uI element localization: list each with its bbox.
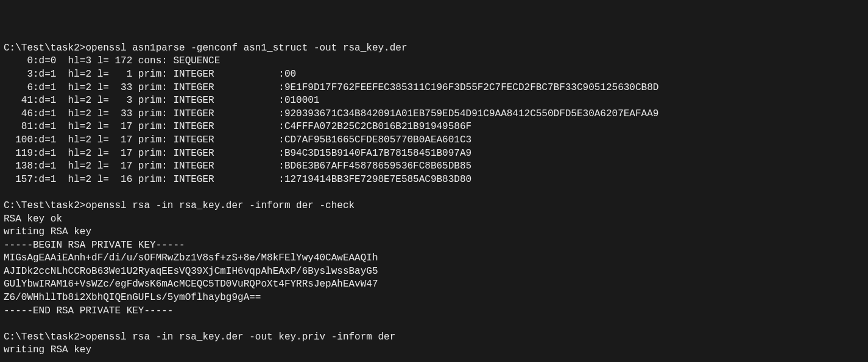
prompt: C:\Test\task2>: [4, 200, 85, 211]
command-text: openssl rsa -in rsa_key.der -out key.pri…: [85, 332, 395, 343]
asn1-output-line: 6:d=1 hl=2 l= 33 prim: INTEGER :9E1F9D17…: [4, 82, 864, 95]
rsa-check-output-line: RSA key ok: [4, 213, 864, 226]
asn1-output-line: 157:d=1 hl=2 l= 16 prim: INTEGER :127194…: [4, 173, 864, 187]
asn1-output-line: 138:d=1 hl=2 l= 17 prim: INTEGER :BD6E3B…: [4, 160, 864, 173]
asn1-output-line: 119:d=1 hl=2 l= 17 prim: INTEGER :B94C3D…: [4, 147, 864, 161]
rsa-check-output-line: Z6/0WHhllTb8i2XbhQIQEnGUFLs/5ymOflhaybg9…: [4, 291, 864, 305]
rsa-check-output-line: -----END RSA PRIVATE KEY-----: [4, 305, 864, 318]
asn1-output-line: 81:d=1 hl=2 l= 17 prim: INTEGER :C4FFFA0…: [4, 120, 864, 134]
command-line-1: C:\Test\task2>openssl asn1parse -genconf…: [4, 42, 864, 55]
blank-line: [4, 318, 864, 331]
asn1-output-line: 100:d=1 hl=2 l= 17 prim: INTEGER :CD7AF9…: [4, 134, 864, 147]
asn1-output-line: 3:d=1 hl=2 l= 1 prim: INTEGER :00: [4, 68, 864, 82]
rsa-check-output-line: AJIDk2ccNLhCCRoB63We1U2RyaqEEsVQ39XjCmIH…: [4, 265, 864, 279]
rsa-out-output-line: writing RSA key: [4, 344, 864, 357]
rsa-check-output-line: writing RSA key: [4, 226, 864, 239]
command-text: openssl rsa -in rsa_key.der -inform der …: [85, 200, 355, 211]
command-text: openssl asn1parse -genconf asn1_struct -…: [85, 43, 407, 54]
asn1-output-line: 41:d=1 hl=2 l= 3 prim: INTEGER :010001: [4, 94, 864, 108]
asn1-output-line: 46:d=1 hl=2 l= 33 prim: INTEGER :9203936…: [4, 108, 864, 121]
prompt: C:\Test\task2>: [4, 43, 85, 54]
command-line-3: C:\Test\task2>openssl rsa -in rsa_key.de…: [4, 331, 864, 344]
rsa-check-output-line: -----BEGIN RSA PRIVATE KEY-----: [4, 239, 864, 252]
blank-line: [4, 186, 864, 200]
prompt: C:\Test\task2>: [4, 332, 85, 343]
command-line-2: C:\Test\task2>openssl rsa -in rsa_key.de…: [4, 200, 864, 213]
rsa-check-output-line: MIGsAgEAAiEAnh+dF/di/u/sOFMRwZbz1V8sf+zS…: [4, 252, 864, 265]
asn1-output-line: 0:d=0 hl=3 l= 172 cons: SEQUENCE: [4, 55, 864, 68]
rsa-check-output-line: GUlYbwIRAM16+VsWZc/egFdwsK6mAcMCEQC5TD0V…: [4, 278, 864, 291]
